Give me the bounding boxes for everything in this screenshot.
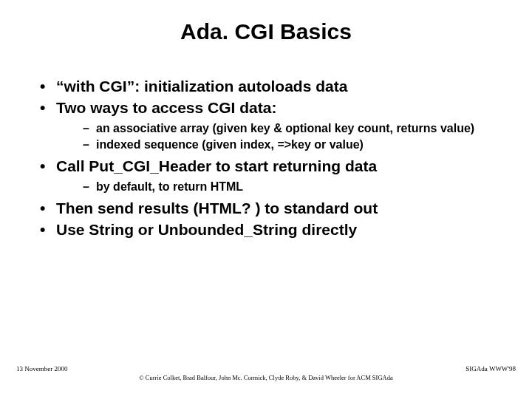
bullet-text: an associative array (given key & option… xyxy=(96,122,474,134)
list-item: Two ways to access CGI data: an associat… xyxy=(40,98,502,152)
slide: Ada. CGI Basics “with CGI”: initializati… xyxy=(0,0,532,399)
list-item: by default, to return HTML xyxy=(83,180,502,194)
slide-title: Ada. CGI Basics xyxy=(0,0,532,77)
bullet-text: by default, to return HTML xyxy=(96,180,243,193)
footer-row: 13 November 2000 SIGAda WWW'98 xyxy=(16,365,516,372)
slide-body: “with CGI”: initialization autoloads dat… xyxy=(0,77,532,239)
footer-attribution: © Currie Colket, Brad Balfour, John Mc. … xyxy=(16,374,516,381)
list-item: Use String or Unbounded_String directly xyxy=(40,220,502,240)
list-item: indexed sequence (given index, =>key or … xyxy=(83,137,502,152)
bullet-text: “with CGI”: initialization autoloads dat… xyxy=(56,78,347,95)
list-item: Then send results (HTML? ) to standard o… xyxy=(40,199,502,219)
footer-right: SIGAda WWW'98 xyxy=(466,365,516,372)
list-item: Call Put_CGI_Header to start returning d… xyxy=(40,157,502,194)
list-item: an associative array (given key & option… xyxy=(83,121,502,136)
bullet-text: Two ways to access CGI data: xyxy=(56,99,276,116)
sub-list: by default, to return HTML xyxy=(56,180,502,194)
bullet-text: indexed sequence (given index, =>key or … xyxy=(96,138,364,151)
sub-list: an associative array (given key & option… xyxy=(56,121,502,152)
slide-footer: 13 November 2000 SIGAda WWW'98 © Currie … xyxy=(0,365,532,381)
bullet-text: Then send results (HTML? ) to standard o… xyxy=(56,200,378,216)
footer-date: 13 November 2000 xyxy=(16,365,68,372)
bullet-text: Call Put_CGI_Header to start returning d… xyxy=(56,157,377,174)
bullet-text: Use String or Unbounded_String directly xyxy=(56,221,357,238)
bullet-list: “with CGI”: initialization autoloads dat… xyxy=(40,77,502,239)
list-item: “with CGI”: initialization autoloads dat… xyxy=(40,77,502,97)
attribution-text: © Currie Colket, Brad Balfour, John Mc. … xyxy=(139,374,392,381)
